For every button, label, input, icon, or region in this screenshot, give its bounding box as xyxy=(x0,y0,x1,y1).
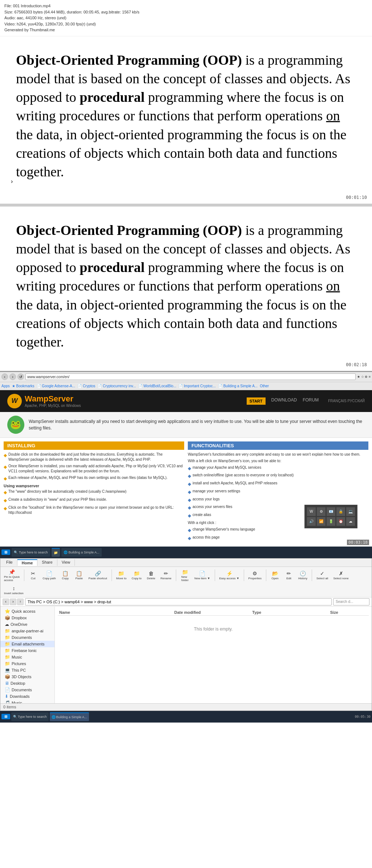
bookmark-crypto-inv[interactable]: 📄 Cryptocurrency inv... xyxy=(97,384,136,388)
addr-back-btn[interactable]: ‹ xyxy=(3,599,9,605)
paste-shortcut-btn[interactable]: 🔗 Paste shortcut xyxy=(87,570,109,581)
bookmark-bookmarks[interactable]: ★ Bookmarks xyxy=(12,384,35,388)
tray-icon-5[interactable]: 💻 xyxy=(346,507,355,516)
bookmark-other[interactable]: Other xyxy=(260,384,269,388)
bottom-browser-item[interactable]: 🌐 Building a Simple A... xyxy=(50,712,89,721)
column-header: Name Date modified Type Size xyxy=(58,609,369,616)
sidebar-item-quickaccess[interactable]: ⭐ Quick access xyxy=(0,608,54,615)
music-folder-icon: 📁 xyxy=(5,655,10,660)
taskbar-1: ⊞ 🔍 Type here to search 📁 🌐 Building a S… xyxy=(0,547,372,558)
fe-sidebar: ⭐ Quick access 📦 Dropbox ☁ OneDrive 📁 an… xyxy=(0,607,55,703)
bookmark-building[interactable]: 📄 Building a Simple A... xyxy=(218,384,258,388)
tray-icon-7[interactable]: 📶 xyxy=(317,517,326,526)
delete-btn[interactable]: 🗑 Delete xyxy=(145,570,157,581)
copy-btn[interactable]: 📋 Copy xyxy=(60,570,71,581)
sidebar-item-downloads[interactable]: ⬇ Downloads xyxy=(0,693,54,700)
bottom-search[interactable]: 🔍 Type here to search xyxy=(11,712,49,721)
bottom-start-button[interactable]: ⊞ xyxy=(1,714,10,719)
sidebar-item-music2[interactable]: 🎵 Music xyxy=(0,700,54,703)
copy-path-btn[interactable]: 📄 Copy path xyxy=(41,570,57,581)
rename-btn[interactable]: ✏ Rename xyxy=(159,570,173,581)
taskbar-search[interactable]: 🔍 Type here to search xyxy=(12,548,50,557)
copy-path-icon: 📄 xyxy=(46,571,52,576)
tab-home[interactable]: Home xyxy=(17,559,38,566)
addr-up-btn[interactable]: ↑ xyxy=(17,599,24,605)
music2-icon: 🎵 xyxy=(5,700,10,703)
forward-button[interactable]: › xyxy=(9,373,16,380)
properties-btn[interactable]: ⚙ Properties xyxy=(247,570,263,581)
bookmark-apps[interactable]: Apps xyxy=(1,384,10,388)
tray-icon-3[interactable]: 📧 xyxy=(327,507,335,516)
fe-search-input[interactable]: Search d... xyxy=(333,598,369,605)
tray-icon-9[interactable]: ⏰ xyxy=(336,517,345,526)
wamp-hero: 🐸 WampServer installs automatically all … xyxy=(0,412,372,438)
taskbar-browser[interactable]: 🌐 Building a Simple A... xyxy=(61,548,102,557)
frame1-on-underline: on xyxy=(326,108,340,123)
easy-access-icon: ⚡ xyxy=(226,571,232,576)
bookmark-important[interactable]: 📄 Important Cryptoc... xyxy=(178,384,216,388)
url-bar[interactable]: www.wampserver.com/en/ xyxy=(25,373,356,380)
tray-icon-8[interactable]: 🔋 xyxy=(327,517,335,526)
wamp-logo-sub: Apache, PHP, MySQL on Windows xyxy=(25,404,81,408)
bookmark-cryptos[interactable]: 📄 Cryptos xyxy=(77,384,95,388)
easy-access-btn[interactable]: ⚡ Easy access ▼ xyxy=(218,570,241,581)
sidebar-item-3dobjects[interactable]: 📦 3D Objects xyxy=(0,673,54,680)
frame1-timestamp: 00:01:10 xyxy=(346,195,367,200)
sidebar-item-firebase[interactable]: 📁 Firebase Ionic xyxy=(0,647,54,654)
history-btn[interactable]: 🕐 History xyxy=(297,570,309,581)
open-btn[interactable]: 📂 Open xyxy=(269,570,281,581)
new-item-btn[interactable]: 📄 New item ▼ xyxy=(193,570,211,581)
nav-start[interactable]: START xyxy=(247,397,266,405)
sidebar-item-desktop[interactable]: 🖥 Desktop xyxy=(0,680,54,687)
tray-icon-4[interactable]: 🔒 xyxy=(336,507,345,516)
nav-download[interactable]: DOWNLOAD xyxy=(271,397,297,405)
pin-quickaccess-btn[interactable]: 📌 Pin to Quickaccess xyxy=(3,568,21,583)
sidebar-item-angular[interactable]: 📁 angular-partner-ai xyxy=(0,628,54,634)
sidebar-item-documents[interactable]: 📁 Documents xyxy=(0,634,54,641)
sidebar-item-documents2[interactable]: 📄 Documents xyxy=(0,687,54,693)
wamp-installing-col: INSTALLING ◆ Double click on the downloa… xyxy=(4,441,184,543)
select-none-btn[interactable]: ✗ Select none xyxy=(332,570,350,581)
tab-share[interactable]: Share xyxy=(37,559,57,566)
install-item-3: ◆ Each release of Apache, MySQL and PHP … xyxy=(4,475,184,482)
browser-toolbar: ‹ › ↺ www.wampserver.com/en/ ★ ☆ ⊕ ≡ xyxy=(0,372,372,382)
sidebar-item-onedrive[interactable]: ☁ OneDrive xyxy=(0,621,54,628)
documents2-icon: 📄 xyxy=(5,687,10,692)
nav-forum[interactable]: FORUM xyxy=(303,397,319,405)
bottom-search-icon: 🔍 xyxy=(13,715,17,719)
sidebar-item-email-attachments[interactable]: 📁 Email attachments xyxy=(0,641,54,647)
col-name: Name xyxy=(59,610,171,615)
bookmark-google[interactable]: 📄 Google Adsense-A... xyxy=(37,384,76,388)
sidebar-item-thispc[interactable]: 💻 This PC xyxy=(0,667,54,673)
edit-btn[interactable]: ✏ Edit xyxy=(283,570,295,581)
tray-icon-10[interactable]: ☁ xyxy=(346,517,355,526)
select-all-btn[interactable]: ✓ Select all xyxy=(315,570,329,581)
address-path[interactable]: This PC > OS (C:) > wamp64 > www > drop-… xyxy=(25,598,332,605)
tab-file[interactable]: File xyxy=(2,559,17,566)
tab-view[interactable]: View xyxy=(57,559,75,566)
back-button[interactable]: ‹ xyxy=(1,373,8,380)
bookmark-worldbot[interactable]: 📄 WorldBot/LocalBlo... xyxy=(138,384,176,388)
bottom-taskbar: ⊞ 🔍 Type here to search 🌐 Building a Sim… xyxy=(0,711,372,723)
tray-icon-2[interactable]: ⚙ xyxy=(317,507,326,516)
addr-forward-btn[interactable]: › xyxy=(10,599,16,605)
taskbar-file-explorer[interactable]: 📁 xyxy=(52,548,60,557)
invert-selection-btn[interactable]: ↕ Invert selection xyxy=(3,585,25,596)
refresh-button[interactable]: ↺ xyxy=(17,373,24,380)
edit-icon: ✏ xyxy=(287,571,291,576)
dropbox-icon: 📦 xyxy=(5,615,10,620)
properties-icon: ⚙ xyxy=(252,571,257,576)
move-icon: 📁 xyxy=(118,571,124,576)
cut-btn[interactable]: ✂ Cut xyxy=(27,570,39,581)
sidebar-item-music[interactable]: 📁 Music xyxy=(0,654,54,660)
tray-icon-6[interactable]: 🔊 xyxy=(307,517,316,526)
move-to-btn[interactable]: 📁 Move to xyxy=(115,570,128,581)
tray-icon-1[interactable]: W xyxy=(307,507,316,516)
sidebar-item-dropbox[interactable]: 📦 Dropbox xyxy=(0,615,54,621)
sidebar-item-pictures[interactable]: 📁 Pictures xyxy=(0,660,54,667)
copy-to-btn[interactable]: 📁 Copy to xyxy=(130,570,143,581)
start-button[interactable]: ⊞ xyxy=(1,549,10,555)
paste-btn[interactable]: 📋 Paste xyxy=(73,570,85,581)
bottom-timestamp: 00:05:30 xyxy=(355,715,371,719)
new-folder-btn[interactable]: 📁 Newfolder xyxy=(179,568,191,583)
